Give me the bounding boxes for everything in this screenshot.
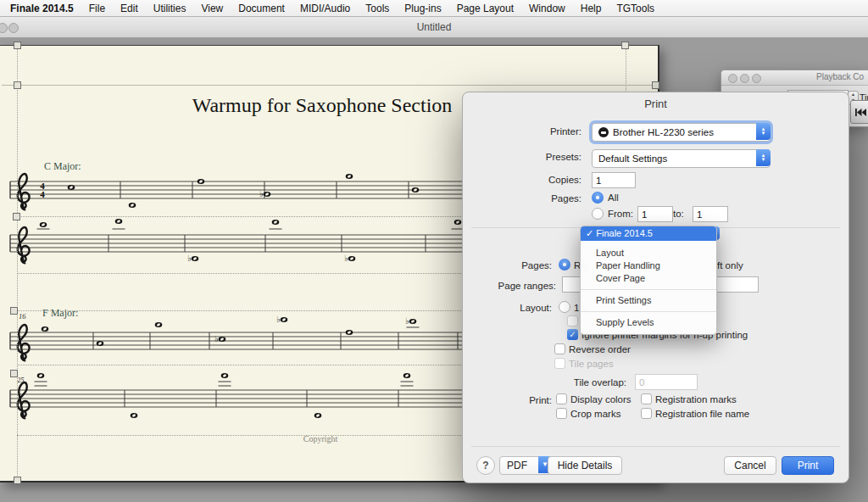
display-colors-label: Display colors xyxy=(570,394,632,404)
menu-item-print-settings[interactable]: Print Settings xyxy=(581,294,716,307)
palette-title: Playback Co xyxy=(816,72,864,81)
menubar-item-help[interactable]: Help xyxy=(573,3,609,14)
margin-handle[interactable] xyxy=(14,477,21,484)
finale-pages-right-radio[interactable] xyxy=(559,259,570,271)
document-window-titlebar: Untitled xyxy=(0,17,868,38)
crop-marks-label: Crop marks xyxy=(570,409,620,419)
footer-separator xyxy=(471,446,840,447)
tile-pages-label: Tile pages xyxy=(569,359,614,369)
hidden-option-checkbox[interactable] xyxy=(567,315,578,326)
menu-bar: Finale 2014.5FileEditUtilitiesViewDocume… xyxy=(0,0,868,17)
printer-select[interactable]: Brother HL-2230 series ▲▼ xyxy=(592,123,771,142)
margin-handle[interactable] xyxy=(621,42,629,49)
margin-handle[interactable] xyxy=(14,81,21,89)
menu-separator xyxy=(581,311,716,312)
menubar-item-finale-2014-5[interactable]: Finale 2014.5 xyxy=(8,3,81,14)
menu-item-layout[interactable]: Layout xyxy=(581,247,716,259)
menubar-item-plug-ins[interactable]: Plug-ins xyxy=(397,3,448,14)
print-pane-menu: ✓ Finale 2014.5 LayoutPaper HandlingCove… xyxy=(580,226,717,335)
pdf-button[interactable]: PDF ▼ xyxy=(499,456,552,475)
printer-label: Printer: xyxy=(463,126,581,137)
presets-select[interactable]: Default Settings ▲▼ xyxy=(592,149,771,168)
pages-to-label: to: xyxy=(673,209,684,219)
pages-from-radio[interactable] xyxy=(592,208,604,220)
margin-handle[interactable] xyxy=(652,81,659,89)
menu-item-supply-levels[interactable]: Supply Levels xyxy=(581,316,716,329)
rewind-icon xyxy=(855,109,866,116)
tile-overlap-input[interactable] xyxy=(635,374,698,390)
copies-input[interactable] xyxy=(592,172,636,188)
finale-pages-left-fragment: ft only xyxy=(717,260,743,271)
menubar-item-midi-audio[interactable]: MIDI/Audio xyxy=(292,3,358,14)
palette-minimize-button[interactable] xyxy=(740,74,749,83)
pages-all-label: All xyxy=(608,192,619,203)
printer-value: Brother HL-2230 series xyxy=(613,127,714,137)
menubar-item-tgtools[interactable]: TGTools xyxy=(609,3,662,14)
reverse-order-label: Reverse order xyxy=(569,344,631,354)
hide-details-button[interactable]: Hide Details xyxy=(548,456,622,475)
menubar-item-utilities[interactable]: Utilities xyxy=(146,3,194,14)
print-dialog: Print Printer: Brother HL-2230 series ▲▼… xyxy=(462,92,849,483)
registration-file-name-checkbox[interactable] xyxy=(641,408,652,419)
margin-handle[interactable] xyxy=(10,307,18,315)
margin-handle[interactable] xyxy=(10,370,18,377)
hide-details-label: Hide Details xyxy=(558,460,613,471)
reverse-order-checkbox[interactable] xyxy=(554,343,565,354)
menubar-item-file[interactable]: File xyxy=(81,3,113,14)
menubar-item-document[interactable]: Document xyxy=(231,3,292,14)
palette-titlebar: Playback Co xyxy=(721,70,868,86)
registration-marks-checkbox[interactable] xyxy=(641,393,652,404)
window-minimize-button[interactable] xyxy=(8,23,19,33)
menu-selected-label: Finale 2014.5 xyxy=(596,228,653,238)
printer-select-chevrons-icon: ▲▼ xyxy=(756,123,771,140)
finale-pages-label: Pages: xyxy=(463,260,552,271)
help-button[interactable]: ? xyxy=(476,456,495,475)
menu-item-cover-page[interactable]: Cover Page xyxy=(581,272,716,285)
layout-1up-radio[interactable] xyxy=(559,301,570,313)
tile-pages-checkbox[interactable] xyxy=(554,358,565,369)
crop-marks-checkbox[interactable] xyxy=(556,408,567,419)
menu-separator xyxy=(581,289,716,290)
help-label: ? xyxy=(482,460,488,471)
registration-marks-label: Registration marks xyxy=(655,394,737,404)
finale-print-label: Print: xyxy=(463,395,552,405)
tile-overlap-label: Tile overlap: xyxy=(463,377,626,388)
rewind-button[interactable] xyxy=(850,100,868,124)
menubar-item-edit[interactable]: Edit xyxy=(113,3,146,14)
presets-label: Presets: xyxy=(463,152,581,162)
menubar-item-tools[interactable]: Tools xyxy=(358,3,397,14)
pages-label: Pages: xyxy=(463,193,581,204)
layout-label: Layout: xyxy=(463,303,552,313)
pages-from-input[interactable] xyxy=(637,206,673,222)
pages-all-radio[interactable] xyxy=(592,192,604,204)
menu-item-finale[interactable]: ✓ Finale 2014.5 xyxy=(581,226,716,241)
pages-from-label: From: xyxy=(608,209,633,219)
margin-handle[interactable] xyxy=(14,42,21,49)
menu-item-paper-handling[interactable]: Paper Handling xyxy=(581,259,716,272)
ignore-margins-checkbox[interactable]: ✓ xyxy=(567,329,578,340)
presets-value: Default Settings xyxy=(598,153,667,164)
cancel-button[interactable]: Cancel xyxy=(724,456,776,475)
menubar-item-view[interactable]: View xyxy=(193,3,231,14)
display-colors-checkbox[interactable] xyxy=(556,393,567,404)
menubar-item-page-layout[interactable]: Page Layout xyxy=(449,3,521,14)
presets-select-chevrons-icon: ▲▼ xyxy=(756,149,771,166)
cancel-label: Cancel xyxy=(734,460,765,471)
print-dialog-title: Print xyxy=(463,98,849,110)
copies-label: Copies: xyxy=(463,175,581,185)
margin-handle[interactable] xyxy=(13,213,20,220)
menubar-item-window[interactable]: Window xyxy=(521,3,573,14)
palette-close-button[interactable] xyxy=(728,74,737,83)
pdf-label: PDF xyxy=(507,460,527,471)
palette-zoom-button[interactable] xyxy=(752,74,761,83)
pages-to-input[interactable] xyxy=(693,206,728,222)
checkmark-icon: ✓ xyxy=(586,228,593,238)
print-button[interactable]: Print xyxy=(782,456,834,475)
window-title: Untitled xyxy=(0,17,868,37)
registration-file-name-label: Registration file name xyxy=(655,409,749,419)
print-label: Print xyxy=(798,460,819,471)
page-ranges-label: Page ranges: xyxy=(463,281,556,291)
printer-status-icon xyxy=(598,127,609,137)
